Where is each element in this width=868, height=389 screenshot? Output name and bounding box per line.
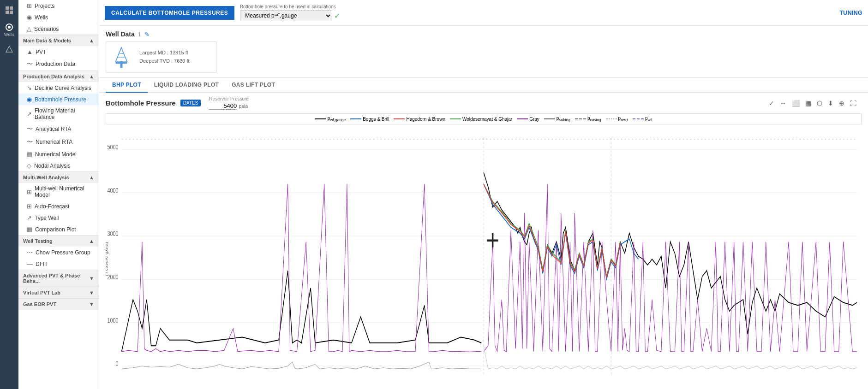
section-advanced-pvt[interactable]: Advanced PVT & Phase Beha... ▼ xyxy=(18,270,99,287)
sidebar-wells-label: Wells xyxy=(4,32,14,37)
sidebar-item-auto-forecast[interactable]: ⊞ Auto-Forecast xyxy=(18,200,99,212)
svg-text:1000: 1000 xyxy=(108,317,119,324)
toolbar-table-icon[interactable]: ▦ xyxy=(804,99,813,108)
section-multi-well[interactable]: Multi-Well Analysis ▲ xyxy=(18,171,99,183)
toolbar-export-icon[interactable]: ⬡ xyxy=(815,99,824,108)
legend-hagedorn-brown: Hagedorn & Brown xyxy=(394,117,445,122)
bhp-header: Bottomhole Pressure DATES Reservoir Pres… xyxy=(99,93,868,113)
comparison-label: Comparison Plot xyxy=(35,226,76,233)
section-advanced-pvt-label: Advanced PVT & Phase Beha... xyxy=(23,273,89,284)
legend-line-presi xyxy=(606,118,617,119)
legend-pcasing: pcasing xyxy=(575,116,601,122)
legend-label-beggs: Beggs & Brill xyxy=(363,117,389,122)
analytical-icon: 〜 xyxy=(27,125,33,133)
svg-point-5 xyxy=(8,26,11,29)
well-data-edit-icon[interactable]: ✎ xyxy=(144,31,150,38)
comparison-icon: ▦ xyxy=(27,226,32,233)
tab-bhp-plot[interactable]: BHP PLOT xyxy=(106,78,148,93)
section-well-testing-label: Well Testing xyxy=(23,238,53,244)
projects-icon: ⊞ xyxy=(27,2,32,9)
sidebar-item-nodal-analysis[interactable]: ◇ Nodal Analysis xyxy=(18,160,99,171)
legend-label-presi: pres,i xyxy=(618,116,628,122)
sidebar-item-comparison-plot[interactable]: ▦ Comparison Plot xyxy=(18,224,99,235)
legend-line-pcasing xyxy=(575,118,586,119)
sidebar-grid-icon[interactable] xyxy=(5,6,14,15)
sidebar-item-analytical-rta[interactable]: 〜 Analytical RTA xyxy=(18,123,99,136)
sidebar-item-multi-well-numerical[interactable]: ⊞ Multi-well Numerical Model xyxy=(18,183,99,200)
chow-icon: ⋯ xyxy=(27,249,33,256)
sidebar-item-numerical-model[interactable]: ▦ Numerical Model xyxy=(18,148,99,160)
sidebar-well-icon[interactable]: Wells xyxy=(4,23,14,37)
well-data-title: Well Data xyxy=(106,30,135,38)
section-gas-eor-label: Gas EOR PVT xyxy=(23,301,56,307)
toolbar-download-icon[interactable]: ⬇ xyxy=(826,99,835,108)
sidebar-item-flowing-material[interactable]: ↗ Flowing Material Balance xyxy=(18,105,99,123)
toolbar-fullscreen-icon[interactable]: ⛶ xyxy=(849,99,858,108)
toolbar-zoom-in-icon[interactable]: ⊕ xyxy=(838,99,846,108)
deepest-tvd: Deepest TVD : 7639 ft xyxy=(139,57,190,65)
toolbar-check-icon[interactable]: ✓ xyxy=(767,99,776,108)
sidebar-item-bottomhole-pressure[interactable]: ◉ Bottomhole Pressure xyxy=(18,94,99,105)
tuning-button[interactable]: TUNING xyxy=(839,9,862,16)
tab-gas-lift[interactable]: GAS LIFT PLOT xyxy=(225,78,281,93)
legend-gray: Gray xyxy=(517,117,539,122)
dfit-label: DFIT xyxy=(36,261,48,267)
reservoir-pressure-label: Reservoir Pressure xyxy=(209,96,249,101)
sidebar-item-chow[interactable]: ⋯ Chow Pressure Group xyxy=(18,247,99,258)
sidebar-item-projects[interactable]: ⊞ Projects xyxy=(18,0,99,12)
multi-well-label: Multi-well Numerical Model xyxy=(35,185,94,198)
svg-marker-8 xyxy=(116,47,127,62)
production-data-label: Production Data xyxy=(36,61,75,67)
svg-rect-0 xyxy=(6,6,9,10)
tab-liquid-loading[interactable]: LIQUID LOADING PLOT xyxy=(148,78,225,93)
sidebar-item-production-data[interactable]: 〜 Production Data xyxy=(18,58,99,71)
chow-label: Chow Pressure Group xyxy=(36,249,90,256)
num-model-label: Numerical Model xyxy=(35,151,77,158)
reservoir-pressure-input[interactable] xyxy=(209,102,237,110)
deepest-tvd-value: 7639 ft xyxy=(174,58,190,64)
legend-presi: pres,i xyxy=(606,116,628,122)
sidebar-projects-label: Projects xyxy=(35,3,54,9)
sidebar-item-pvt[interactable]: ▲ PVT xyxy=(18,46,99,58)
sidebar-item-numerical-rta[interactable]: 〜 Numerical RTA xyxy=(18,136,99,148)
bhp-sidebar-label: Bottomhole Pressure xyxy=(35,96,86,103)
calculate-bhp-button[interactable]: CALCULATE BOTTOMHOLE PRESSURES xyxy=(105,6,234,20)
toolbar-zoom-rect-icon[interactable]: ⬜ xyxy=(790,99,801,108)
pressure-select-group: Bottomhole pressure to be used in calcul… xyxy=(240,4,340,21)
collapse-well-testing-icon: ▲ xyxy=(89,238,94,244)
nodal-label: Nodal Analysis xyxy=(34,163,71,169)
pressure-check-icon[interactable]: ✓ xyxy=(334,12,340,20)
legend-line-pwil xyxy=(633,118,644,119)
legend-label-gray: Gray xyxy=(529,117,539,122)
well-data-info-icon[interactable]: ℹ xyxy=(138,31,141,38)
flowing-label: Flowing Material Balance xyxy=(35,107,94,120)
sidebar-item-decline-curve[interactable]: ↘ Decline Curve Analysis xyxy=(18,82,99,94)
main-content: CALCULATE BOTTOMHOLE PRESSURES Bottomhol… xyxy=(99,0,868,389)
section-well-testing[interactable]: Well Testing ▲ xyxy=(18,235,99,247)
sidebar-item-dfit[interactable]: — DFIT xyxy=(18,258,99,270)
section-multi-well-label: Multi-Well Analysis xyxy=(23,175,69,180)
sidebar-item-scenarios[interactable]: △ Scenarios xyxy=(18,23,99,35)
legend-line-psubing xyxy=(544,118,555,119)
pressure-type-select[interactable]: Measured pᵚᵀ,gauge Calculated xyxy=(240,10,332,21)
legend-woldesemayat: Woldesemayat & Ghajar xyxy=(450,117,512,122)
wells-icon: ◉ xyxy=(27,14,32,21)
chart-area: Pressure (psia) 5000 4000 3000 2000 1000… xyxy=(106,126,862,386)
toolbar-pan-icon[interactable]: ↔ xyxy=(778,99,788,108)
bhp-chart-svg[interactable]: 5000 4000 3000 2000 1000 0 xyxy=(106,126,862,386)
dates-badge[interactable]: DATES xyxy=(180,100,201,106)
legend-beggs-brill: Beggs & Brill xyxy=(350,117,389,122)
section-production-data-analysis[interactable]: Production Data Analysis ▲ xyxy=(18,71,99,82)
dfit-icon: — xyxy=(27,260,33,267)
sidebar-scenario-icon[interactable] xyxy=(5,45,13,53)
flowing-icon: ↗ xyxy=(27,111,32,118)
legend-label-wolde: Woldesemayat & Ghajar xyxy=(462,117,512,122)
section-virtual-pvt-label: Virtual PVT Lab xyxy=(23,290,60,295)
section-main-data-models[interactable]: Main Data & Models ▲ xyxy=(18,35,99,46)
svg-rect-1 xyxy=(10,6,13,10)
scenarios-icon: △ xyxy=(27,25,31,32)
section-virtual-pvt[interactable]: Virtual PVT Lab ▼ xyxy=(18,287,99,298)
section-gas-eor[interactable]: Gas EOR PVT ▼ xyxy=(18,298,99,310)
sidebar-item-type-well[interactable]: ↗ Type Well xyxy=(18,212,99,224)
sidebar-item-wells[interactable]: ◉ Wells xyxy=(18,12,99,23)
